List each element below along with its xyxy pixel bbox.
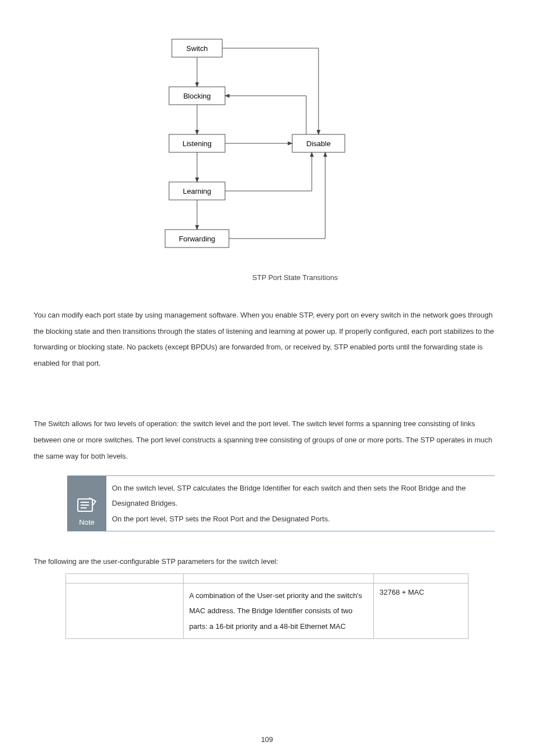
stp-state-diagram: Switch Blocking Listening Learning Forwa… xyxy=(144,34,390,269)
table-header-param xyxy=(66,574,184,584)
note-icon xyxy=(76,496,98,515)
edge-disable-blocking xyxy=(225,96,306,134)
diagram-node-forwarding: Forwarding xyxy=(165,230,229,248)
diagram-node-blocking: Blocking xyxy=(169,87,225,105)
page-number: 109 xyxy=(0,735,534,744)
diagram-caption: STP Port State Transitions xyxy=(252,273,338,282)
table-row: A combination of the User-set priority a… xyxy=(66,584,469,639)
edge-forwarding-disable xyxy=(229,152,325,239)
note-text: On the switch level, STP calculates the … xyxy=(106,476,495,531)
table-header-default xyxy=(374,574,469,584)
note-block: Note On the switch level, STP calculates… xyxy=(67,475,495,531)
diagram-node-listening-label: Listening xyxy=(182,139,212,148)
table-header-row xyxy=(66,574,469,584)
diagram-node-blocking-label: Blocking xyxy=(183,92,210,100)
table-cell-default: 32768 + MAC xyxy=(374,584,469,639)
diagram-node-switch-label: Switch xyxy=(186,44,208,53)
edge-learning-disable xyxy=(225,152,312,191)
diagram-node-listening: Listening xyxy=(169,134,225,152)
paragraph-port-state: You can modify each port state by using … xyxy=(34,307,500,371)
edge-switch-disable xyxy=(222,48,318,134)
table-cell-desc: A combination of the User-set priority a… xyxy=(184,584,374,639)
note-badge: Note xyxy=(67,476,106,531)
diagram-node-learning: Learning xyxy=(169,182,225,200)
note-line-1: On the switch level, STP calculates the … xyxy=(112,480,490,511)
stp-parameters-table: A combination of the User-set priority a… xyxy=(65,573,469,639)
table-header-desc xyxy=(184,574,374,584)
note-badge-label: Note xyxy=(79,518,94,526)
table-cell-param xyxy=(66,584,184,639)
paragraph-table-intro: The following are the user-configurable … xyxy=(34,557,500,566)
diagram-node-disable: Disable xyxy=(292,134,345,152)
diagram-node-forwarding-label: Forwarding xyxy=(179,235,215,243)
diagram-node-switch: Switch xyxy=(172,39,222,57)
paragraph-levels: The Switch allows for two levels of oper… xyxy=(34,416,500,464)
diagram-node-disable-label: Disable xyxy=(306,139,330,148)
diagram-node-learning-label: Learning xyxy=(183,187,212,195)
note-line-2: On the port level, STP sets the Root Por… xyxy=(112,511,490,526)
stp-diagram-container: Switch Blocking Listening Learning Forwa… xyxy=(34,34,500,282)
